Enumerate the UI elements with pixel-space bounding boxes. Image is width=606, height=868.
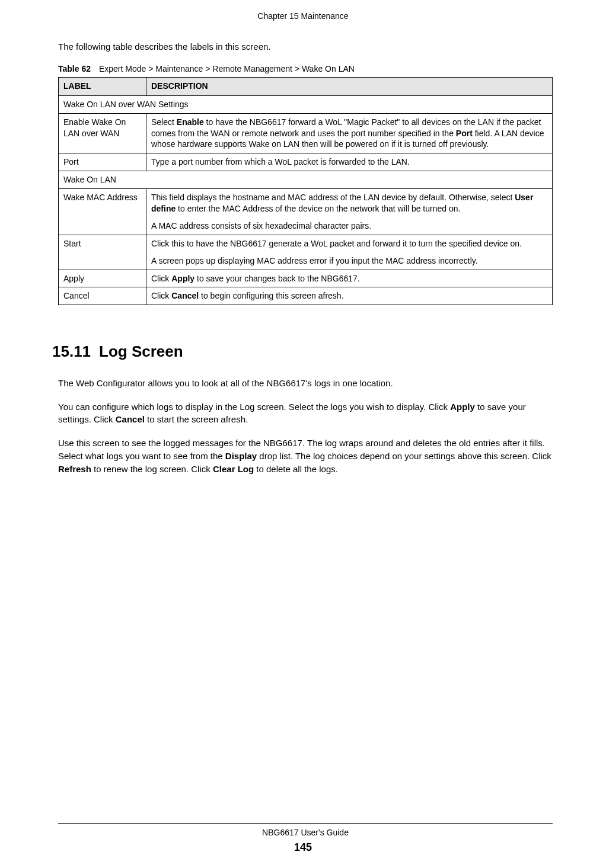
page-content: The following table describes the labels… <box>0 40 606 476</box>
intro-text: The following table describes the labels… <box>58 40 553 53</box>
header-label: LABEL <box>59 78 146 96</box>
table-row: PortType a port number from which a WoL … <box>59 153 553 171</box>
cell-description: Type a port number from which a WoL pack… <box>146 153 553 171</box>
table-caption-text: Expert Mode > Maintenance > Remote Manag… <box>99 64 355 73</box>
cell-description: Click this to have the NBG6617 generate … <box>146 235 553 270</box>
footer-guide-text: NBG6617 User's Guide <box>58 823 553 839</box>
body-paragraph: You can configure which logs to display … <box>58 401 553 427</box>
section-title: Log Screen <box>99 342 183 360</box>
section-row: Wake On LAN over WAN Settings <box>59 95 553 113</box>
page-header: Chapter 15 Maintenance <box>0 0 606 40</box>
table-row: Wake MAC AddressThis field displays the … <box>59 189 553 235</box>
body-paragraph: The Web Configurator allows you to look … <box>58 377 553 390</box>
footer-page-number: 145 <box>0 840 606 855</box>
table-number: Table 62 <box>58 64 91 73</box>
cell-description: Click Apply to save your changes back to… <box>146 270 553 287</box>
page-footer: NBG6617 User's Guide 145 <box>0 823 606 855</box>
section-heading: 15.11Log Screen <box>52 341 553 362</box>
cell-description: Select Enable to have the NBG6617 forwar… <box>146 113 553 153</box>
table-row: Wake On LAN over WAN Settings <box>59 95 553 113</box>
table-row: Wake On LAN <box>59 171 553 189</box>
cell-label: Cancel <box>59 287 146 305</box>
cell-label: Wake MAC Address <box>59 189 146 235</box>
cell-label: Start <box>59 235 146 270</box>
table-caption: Table 62 Expert Mode > Maintenance > Rem… <box>58 63 553 75</box>
table-row: CancelClick Cancel to begin configuring … <box>59 287 553 305</box>
cell-label: Enable Wake On LAN over WAN <box>59 113 146 153</box>
cell-description: This field displays the hostname and MAC… <box>146 189 553 235</box>
reference-table: LABEL DESCRIPTION Wake On LAN over WAN S… <box>58 77 553 305</box>
header-description: DESCRIPTION <box>146 78 553 96</box>
table-row: Enable Wake On LAN over WANSelect Enable… <box>59 113 553 153</box>
table-header-row: LABEL DESCRIPTION <box>59 78 553 96</box>
cell-description: Click Cancel to begin configuring this s… <box>146 287 553 305</box>
section-row: Wake On LAN <box>59 171 553 189</box>
cell-label: Apply <box>59 270 146 287</box>
chapter-title: Chapter 15 Maintenance <box>257 11 348 21</box>
table-row: StartClick this to have the NBG6617 gene… <box>59 235 553 270</box>
cell-label: Port <box>59 153 146 171</box>
table-row: ApplyClick Apply to save your changes ba… <box>59 270 553 287</box>
section-body: The Web Configurator allows you to look … <box>58 377 553 476</box>
section-number: 15.11 <box>52 342 91 360</box>
body-paragraph: Use this screen to see the logged messag… <box>58 437 553 475</box>
